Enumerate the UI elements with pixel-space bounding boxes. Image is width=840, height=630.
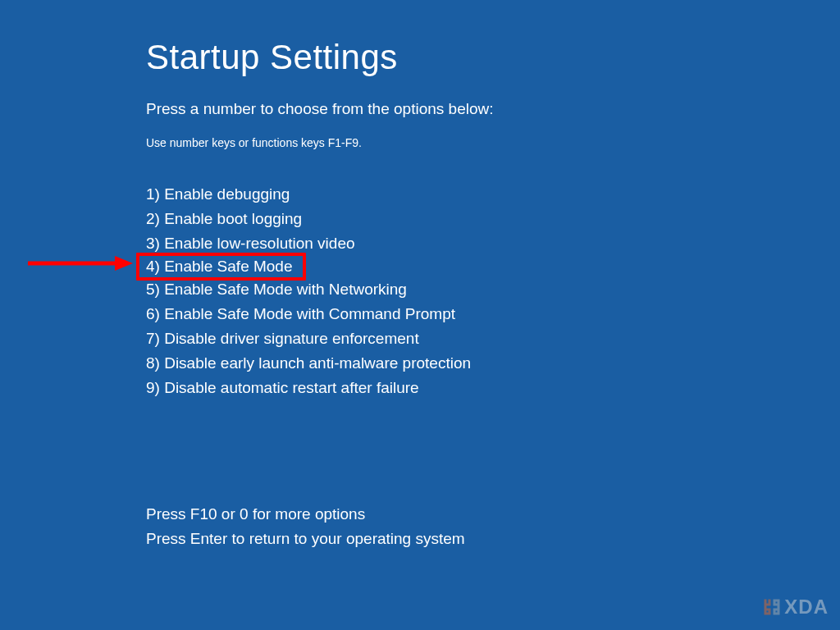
xda-watermark: XDA (763, 596, 829, 619)
startup-options-list: 1) Enable debugging 2) Enable boot loggi… (146, 182, 494, 400)
option-enable-safe-mode-command-prompt[interactable]: 6) Enable Safe Mode with Command Prompt (146, 302, 494, 326)
option-enable-debugging[interactable]: 1) Enable debugging (146, 182, 494, 207)
option-enable-boot-logging[interactable]: 2) Enable boot logging (146, 207, 494, 231)
startup-settings-panel: Startup Settings Press a number to choos… (146, 38, 494, 551)
option-disable-anti-malware[interactable]: 8) Disable early launch anti-malware pro… (146, 351, 494, 376)
option-enable-safe-mode-networking[interactable]: 5) Enable Safe Mode with Networking (146, 277, 494, 302)
option-enable-safe-mode[interactable]: 4) Enable Safe Mode (136, 253, 306, 281)
xda-watermark-text: XDA (784, 596, 829, 619)
footer-more-options: Press F10 or 0 for more options (146, 502, 494, 527)
instruction-hint: Use number keys or functions keys F1-F9. (146, 136, 494, 149)
option-disable-automatic-restart[interactable]: 9) Disable automatic restart after failu… (146, 376, 494, 400)
footer-return: Press Enter to return to your operating … (146, 527, 494, 551)
page-title: Startup Settings (146, 38, 494, 77)
option-disable-driver-signature[interactable]: 7) Disable driver signature enforcement (146, 326, 494, 351)
svg-marker-1 (115, 256, 133, 271)
instruction-subtitle: Press a number to choose from the option… (146, 100, 494, 118)
xda-logo-icon (763, 598, 781, 616)
footer-instructions: Press F10 or 0 for more options Press En… (146, 502, 494, 551)
annotation-arrow-icon (28, 255, 133, 272)
